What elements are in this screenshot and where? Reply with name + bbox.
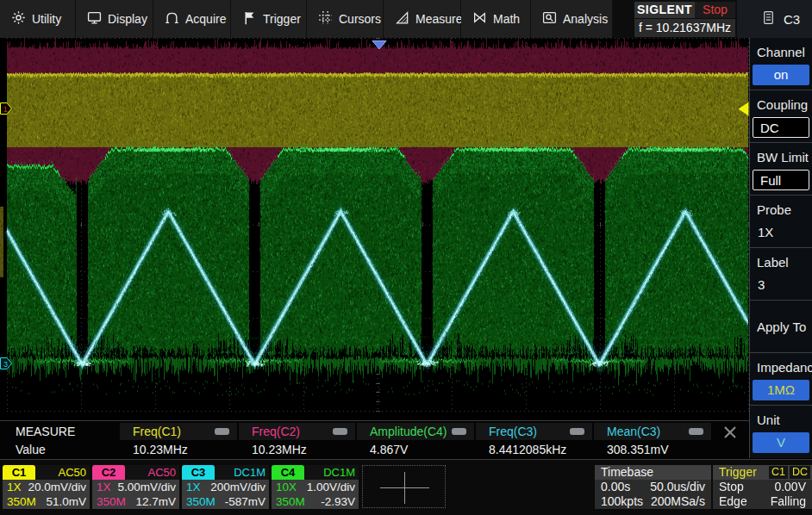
channel2-coupling: AC50: [147, 465, 176, 480]
sidebar-header-title: C3: [784, 12, 800, 27]
channel3-tab[interactable]: C3: [182, 465, 215, 480]
menu-cursors-label: Cursors: [339, 12, 381, 26]
measure-item-amplitude-c4[interactable]: Amplitude(C4): [357, 423, 474, 440]
menu-acquire[interactable]: Acquire: [153, 0, 231, 38]
menu-analysis[interactable]: Analysis: [531, 0, 613, 38]
measure-item-name: Freq(C1): [133, 425, 181, 438]
trigger-block[interactable]: Trigger C1DC Stop0.00V EdgeFalling: [713, 465, 812, 509]
timebase-title: Timebase: [601, 465, 653, 480]
channel4-bandwidth: 350M: [276, 494, 305, 509]
timebase-scale: 50.0us/div: [650, 480, 705, 494]
remove-measure-icon[interactable]: [333, 428, 347, 435]
channel2-scale: 5.00mV/div: [117, 480, 176, 494]
set-square-icon: [395, 10, 409, 28]
channel-settings-panel: Channel on Coupling DC BW Limit Full Pro…: [749, 38, 812, 458]
channel4-coupling: DC1M: [323, 465, 355, 480]
menu-trigger[interactable]: Trigger: [231, 0, 307, 38]
channel2-status[interactable]: C2AC50 1X5.00mV/div 350M12.7mV: [92, 465, 179, 509]
channel3-status[interactable]: C3DC1M 1X200mV/div 350M-587mV: [182, 465, 269, 509]
measure-item-name: Mean(C3): [607, 425, 660, 438]
measure-item-freq-c1[interactable]: Freq(C1): [120, 423, 237, 440]
channel4-offset: -2.93V: [321, 494, 355, 509]
trigger-level: 0.00V: [774, 480, 806, 494]
channel-on-button[interactable]: on: [753, 65, 809, 85]
menu-cursors[interactable]: Cursors: [307, 0, 384, 38]
channel4-tab[interactable]: C4: [272, 465, 304, 480]
menu-measure-label: Measure: [415, 12, 462, 26]
channel2-bandwidth: 350M: [97, 494, 126, 509]
impedance-label: Impedance: [757, 360, 812, 375]
channel2-probe: 1X: [97, 480, 111, 494]
trigger-position-marker[interactable]: [372, 38, 387, 53]
menu-utility[interactable]: Utility: [0, 0, 76, 38]
trigger-source: C1: [769, 466, 788, 479]
label-label: Label: [757, 255, 789, 270]
channel4-probe: 10X: [276, 480, 297, 494]
label-value[interactable]: 3: [758, 277, 765, 292]
section-impedance: Impedance 1MΩ: [750, 353, 812, 406]
sidebar-header[interactable]: C3: [737, 0, 812, 38]
trigger-coupling: DC: [790, 466, 810, 479]
channel1-probe: 1X: [7, 480, 22, 494]
channel1-tab[interactable]: C1: [3, 465, 35, 480]
menu-measure[interactable]: Measure: [384, 0, 461, 38]
remove-measure-icon[interactable]: [689, 428, 703, 435]
crosshair-icon: [404, 472, 405, 504]
channel1-bandwidth: 350M: [7, 494, 36, 509]
siglent-logo: SIGLENT: [634, 2, 695, 18]
unit-label: Unit: [757, 413, 780, 427]
channel3-probe: 1X: [186, 480, 201, 494]
svg-text:1: 1: [3, 105, 8, 114]
impedance-button[interactable]: 1MΩ: [753, 380, 809, 400]
menu-analysis-label: Analysis: [563, 12, 608, 26]
coupling-button[interactable]: DC: [753, 117, 809, 138]
measure-item-freq-c2[interactable]: Freq(C2): [239, 423, 355, 440]
channel1-offset-marker[interactable]: 1: [0, 102, 13, 119]
channel4-status[interactable]: C4DC1M 10X1.00V/div 350M-2.93V: [272, 465, 359, 509]
channel2-tab[interactable]: C2: [92, 465, 125, 480]
measure-header-row: MEASURE Freq(C1) Freq(C2) Amplitude(C4) …: [0, 422, 749, 441]
measure-row-label: Value: [3, 441, 46, 459]
measure-item-name: Freq(C3): [489, 425, 537, 438]
channel1-offset: 51.0mV: [46, 494, 86, 509]
add-channel-area[interactable]: [362, 465, 446, 508]
menu-display[interactable]: Display: [76, 0, 153, 38]
trigger-slope: Falling: [771, 494, 806, 509]
probe-value[interactable]: 1X: [758, 225, 773, 239]
channel3-bandwidth: 350M: [186, 494, 215, 509]
menu: Utility Display Acquire Trigger Cursors …: [0, 0, 613, 38]
channel1-status[interactable]: C1AC50 1X20.0mV/div 350M51.0mV: [3, 465, 90, 509]
measure-value-freq-c3: 8.4412085kHz: [476, 441, 566, 459]
remove-measure-icon[interactable]: [215, 428, 229, 435]
section-unit: Unit V: [750, 406, 812, 458]
channel3-offset-marker[interactable]: 3: [0, 357, 13, 374]
measure-value-amplitude-c4: 4.867V: [357, 441, 408, 459]
timebase-delay: 0.00s: [601, 480, 630, 494]
menu-math[interactable]: Math: [461, 0, 531, 38]
timebase-memory: 100kpts: [601, 494, 643, 509]
unit-button[interactable]: V: [753, 432, 809, 453]
gear-icon: [11, 10, 26, 28]
waveform-display[interactable]: [0, 38, 749, 420]
close-measure-icon[interactable]: [717, 424, 743, 441]
remove-measure-icon[interactable]: [452, 428, 466, 435]
measure-item-mean-c3[interactable]: Mean(C3): [594, 423, 711, 440]
channel3-coupling: DC1M: [234, 465, 265, 480]
timebase-block[interactable]: Timebase 0.00s50.0us/div 100kpts200MSa/s: [595, 465, 711, 509]
measure-bar: MEASURE Freq(C1) Freq(C2) Amplitude(C4) …: [0, 420, 749, 459]
trigger-level-marker[interactable]: [738, 102, 749, 120]
menu-acquire-label: Acquire: [185, 12, 226, 26]
trigger-type: Edge: [719, 494, 747, 509]
measure-item-freq-c3[interactable]: Freq(C3): [476, 423, 592, 440]
coupling-label: Coupling: [757, 97, 808, 112]
bwlimit-button[interactable]: Full: [753, 170, 809, 190]
trigger-status: Stop: [719, 480, 744, 494]
remove-measure-icon[interactable]: [570, 428, 584, 435]
menu-trigger-label: Trigger: [263, 12, 301, 26]
apply-to-label[interactable]: Apply To: [757, 320, 806, 334]
channel1-coupling: AC50: [58, 465, 86, 480]
channel2-offset: 12.7mV: [135, 494, 176, 509]
menu-math-label: Math: [493, 12, 520, 26]
svg-text:3: 3: [3, 360, 8, 369]
measure-value-row: Value 10.23MHz 10.23MHz 4.867V 8.4412085…: [0, 441, 749, 459]
